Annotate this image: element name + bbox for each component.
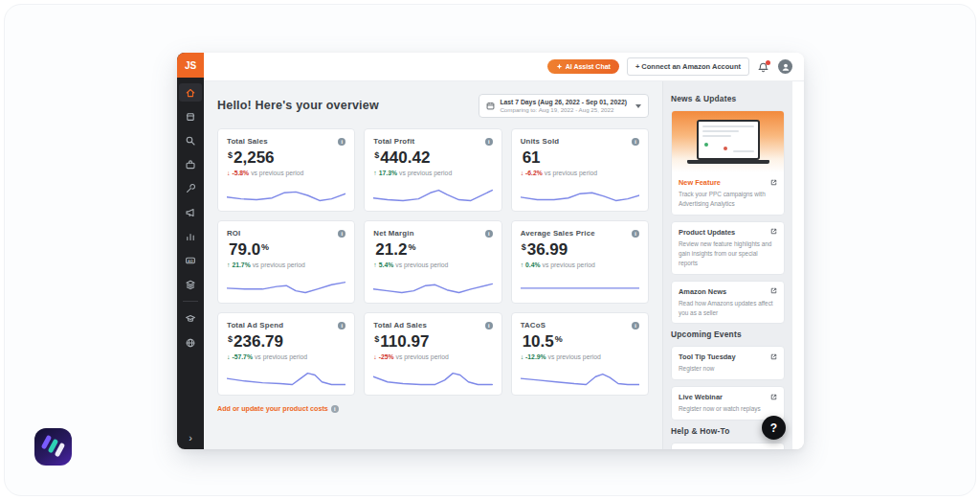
academy-icon — [185, 313, 196, 325]
dashboard-main: Hello! Here's your overview Last 7 Days … — [204, 81, 662, 449]
notification-dot — [766, 60, 770, 65]
account-avatar[interactable] — [778, 59, 792, 74]
date-compare-label: Comparing to: Aug 19, 2022 - Aug 25, 202… — [500, 106, 627, 113]
date-range-picker[interactable]: Last 7 Days (Aug 26, 2022 - Sep 01, 2022… — [479, 94, 649, 118]
product-costs-link-label: Add or update your product costs — [217, 404, 328, 413]
nav-separator — [183, 301, 198, 302]
metric-value: $36.99 — [521, 241, 639, 258]
news-card-product-updates[interactable]: Product Updates Review new feature highl… — [671, 221, 785, 275]
product-costs-link[interactable]: Add or update your product costs — [217, 404, 649, 413]
sparkline-chart — [373, 278, 492, 297]
metric-change-vs: vs previous period — [399, 170, 452, 176]
metric-change-vs: vs previous period — [548, 353, 601, 360]
laptop-graphic — [697, 120, 760, 160]
sparkle-icon — [556, 63, 563, 70]
info-icon[interactable] — [485, 230, 493, 238]
event-card-tool-tip-tuesday[interactable]: Tool Tip Tuesday Register now — [671, 346, 785, 380]
metric-card-roi: ROI 79.0% ↑21.7%vs previous period — [217, 220, 355, 304]
event-title: Tool Tip Tuesday — [679, 352, 736, 361]
home-icon — [185, 87, 196, 99]
nav-home[interactable] — [179, 83, 202, 102]
nav-store[interactable] — [179, 107, 202, 125]
trend-arrow-icon: ↑ — [373, 170, 376, 176]
sparkline-chart — [227, 278, 345, 297]
event-card-live-webinar[interactable]: Live Webinar Register now or watch repla… — [671, 386, 785, 420]
sparkline-chart — [227, 370, 345, 389]
notifications-bell-icon[interactable] — [757, 60, 770, 74]
event-title: Live Webinar — [679, 393, 723, 401]
external-link-icon — [770, 228, 777, 236]
info-icon[interactable] — [338, 322, 345, 330]
nav-suppliers[interactable] — [179, 155, 202, 173]
metric-card-total-profit: Total Profit $440.42 ↑17.3%vs previous p… — [364, 128, 501, 212]
left-nav-rail: JS — [177, 53, 204, 449]
trend-arrow-icon: ↓ — [373, 353, 376, 360]
external-link-icon — [770, 287, 777, 295]
sparkline-chart — [521, 186, 639, 205]
metric-value: $110.97 — [373, 333, 492, 350]
news-feature-image — [672, 111, 784, 172]
info-icon[interactable] — [485, 138, 493, 146]
metric-value: 79.0% — [227, 241, 345, 258]
nav-analytics[interactable] — [179, 227, 202, 245]
app-window: JS — [177, 53, 804, 449]
layers-icon — [185, 279, 196, 290]
info-icon[interactable] — [632, 322, 639, 330]
info-icon[interactable] — [338, 230, 345, 238]
nav-search[interactable] — [179, 131, 202, 149]
metric-change-vs: vs previous period — [253, 261, 305, 268]
metric-label: Total Ad Spend — [227, 321, 283, 330]
nav-academy[interactable] — [179, 309, 202, 328]
metric-change-pct: 17.3% — [379, 170, 397, 176]
metric-card-total-ad-spend: Total Ad Spend $236.79 ↓-57.7%vs previou… — [217, 312, 355, 396]
screenshot-stage: JS — [0, 0, 980, 500]
sparkline-chart — [373, 186, 492, 205]
metric-change-pct: -25% — [379, 353, 394, 360]
info-icon[interactable] — [338, 138, 345, 146]
bar-chart-icon — [185, 231, 196, 242]
info-icon[interactable] — [331, 405, 339, 413]
help-button[interactable]: ? — [762, 416, 786, 440]
metric-value: $440.42 — [373, 149, 492, 166]
metric-change: ↑0.4%vs previous period — [521, 261, 639, 268]
info-icon[interactable] — [485, 322, 493, 330]
metric-change: ↓-25%vs previous period — [373, 353, 492, 360]
ai-assist-chat-button[interactable]: AI Assist Chat — [547, 59, 619, 74]
megaphone-icon — [185, 207, 196, 218]
metric-label: Units Sold — [521, 137, 560, 146]
external-link-icon — [770, 394, 777, 401]
news-card-new-feature[interactable]: New Feature Track your PPC campaigns wit… — [671, 110, 785, 216]
metric-change-vs: vs previous period — [251, 170, 303, 176]
wrench-icon — [185, 183, 196, 194]
metric-change-pct: 5.4% — [379, 261, 394, 268]
metric-change: ↓-12.9%vs previous period — [521, 353, 639, 360]
svg-text:AD: AD — [188, 258, 193, 262]
nav-advertising[interactable]: AD — [179, 251, 202, 269]
event-desc: Register now or watch replays — [679, 404, 777, 414]
nav-community[interactable] — [179, 333, 202, 352]
collapse-rail-button[interactable]: › — [177, 432, 204, 443]
metric-change-vs: vs previous period — [395, 261, 448, 268]
connect-amazon-account-button[interactable]: + Connect an Amazon Account — [627, 57, 749, 76]
metric-card-tacos: TACoS 10.5% ↓-12.9%vs previous period — [511, 312, 649, 396]
js-logo[interactable]: JS — [177, 53, 204, 78]
trend-arrow-icon: ↑ — [521, 261, 523, 268]
metric-change-pct: -57.7% — [232, 353, 253, 360]
nav-inventory[interactable] — [179, 275, 202, 293]
metric-change-vs: vs previous period — [255, 353, 307, 360]
chevron-down-icon — [635, 104, 641, 108]
metric-change-pct: -5.8% — [232, 170, 249, 176]
info-icon[interactable] — [632, 138, 639, 146]
nav-tools[interactable] — [179, 179, 202, 197]
sparkline-chart — [227, 186, 345, 205]
help-card-academy[interactable]: Academy — [671, 443, 785, 449]
metric-label: TACoS — [521, 321, 546, 330]
sparkline-chart — [373, 370, 492, 389]
info-icon[interactable] — [632, 230, 639, 238]
metric-change-vs: vs previous period — [396, 353, 449, 360]
nav-marketing[interactable] — [179, 203, 202, 221]
event-desc: Register now — [679, 364, 777, 374]
news-card-amazon-news[interactable]: Amazon News Read how Amazons updates aff… — [671, 281, 785, 325]
metric-value: $2,256 — [227, 149, 345, 166]
window-right-gutter — [792, 81, 804, 449]
